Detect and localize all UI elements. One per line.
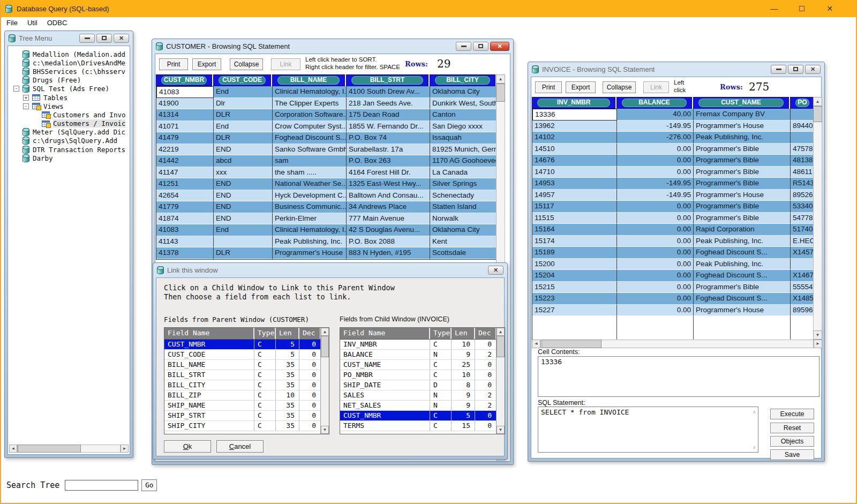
close-icon[interactable]: ✕ [488,266,503,275]
table-cell[interactable]: END [214,178,273,190]
tree-item[interactable]: c:\drugs\SqlQuery.Add [8,137,130,145]
table-row[interactable]: 42654ENDHyck Development C...Balltown An… [156,190,505,202]
table-cell[interactable]: End [214,224,273,236]
scrollbar-thumb[interactable] [321,336,329,357]
table-cell[interactable]: 81925 Munich, Germ [430,144,496,156]
maximize-icon[interactable] [96,34,112,43]
expand-icon[interactable]: + [23,95,29,101]
cancel-button[interactable]: Cancel [216,440,264,453]
table-cell[interactable]: 42654 [156,190,214,202]
table-cell[interactable]: DLR [214,132,273,144]
table-row[interactable]: 151640.00Rapid Corporation517404 [532,224,822,236]
table-cell[interactable]: End [214,121,273,133]
table-cell[interactable]: E.HECTO [791,236,815,247]
column-header[interactable]: BILL_CITY [430,74,495,86]
field-row[interactable]: NET_SALESN92 [340,401,505,411]
table-row[interactable]: 152000.00Peak Publishing, Inc. [532,259,822,270]
table-cell[interactable]: Foghead Discount S... [694,293,791,305]
minimize-icon[interactable] [456,42,471,51]
table-cell[interactable]: 15215 [532,282,617,294]
column-header[interactable]: BILL_NAME [272,74,346,86]
table-cell[interactable]: 40.00 [617,109,694,121]
table-cell[interactable]: 41071 [156,121,214,133]
table-cell[interactable]: National Weather Se... [273,178,347,190]
table-cell[interactable]: 0.00 [617,224,694,236]
table-cell[interactable]: 1855 W. Fernando Dr... [347,121,430,133]
table-row[interactable]: 151890.00Foghead Discount S...X14578J [532,247,822,259]
table-cell[interactable]: 14957 [532,190,617,201]
table-cell[interactable]: Programmer's Bible [694,201,791,213]
table-cell[interactable]: 0.00 [617,247,694,259]
maximize-icon[interactable] [788,65,803,74]
table-cell[interactable]: END [214,190,273,202]
maximize-icon[interactable]: ☐ [795,4,809,13]
table-cell[interactable]: 0.00 [617,144,694,155]
table-cell[interactable]: 41479 [156,132,214,144]
table-row[interactable]: 41442abcdsamP.O. Box 2631170 AG Goohoeve… [156,155,505,167]
table-cell[interactable]: Sanko Software Gmbh [273,144,347,156]
table-cell[interactable]: Perkin-Elmer [273,213,347,225]
cell-contents-box[interactable]: 13336 [538,356,820,397]
collapse-button[interactable]: Collapse [603,81,636,93]
field-row[interactable]: TERMSC150 [340,421,505,431]
table-cell[interactable]: Dunkirk West, South [430,98,496,110]
table-row[interactable]: 41874ENDPerkin-Elmer777 Main AvenueNorwa… [156,213,505,225]
table-cell[interactable]: Kent [430,236,496,248]
table-cell[interactable]: Surabellastr. 17a [347,144,430,156]
menu-odbc[interactable]: ODBC [47,19,67,27]
table-cell[interactable]: R51434 [791,178,815,190]
table-cell[interactable]: 42219 [156,144,214,156]
table-row[interactable]: 41083EndClinical Hematology, I...4100 So… [156,86,505,98]
scroll-left-icon[interactable]: ◄ [532,340,540,348]
table-row[interactable]: 147100.00Programmer's Bible48611 [532,167,822,178]
table-cell[interactable]: Programmer's House [273,247,347,259]
table-cell[interactable]: -149.95 [617,121,694,132]
table-cell[interactable]: 41874 [156,213,214,225]
table-cell[interactable]: Peak Publishing, Inc. [694,259,791,270]
field-row[interactable]: BILL_ZIPC100 [164,390,329,401]
link-dialog-titlebar[interactable]: Link this window ✕ [153,263,507,277]
table-cell[interactable]: -149.95 [617,178,694,190]
table-cell[interactable]: 41900 [156,98,214,110]
scroll-down-icon[interactable]: ▼ [813,330,822,340]
table-cell[interactable]: Balltown And Consau... [347,190,430,202]
table-row[interactable]: 152270.00Programmer's House895968 [532,305,822,317]
table-row[interactable]: 41071EndCrow Computer Syst...1855 W. Fer… [156,121,505,133]
table-cell[interactable]: 34 Andrews Place [347,201,430,213]
table-row[interactable]: 41779ENDBusiness Communic...34 Andrews P… [156,201,505,213]
table-cell[interactable]: -149.95 [617,190,694,201]
tree-item[interactable]: +Tables [8,93,130,102]
table-cell[interactable]: 15174 [532,236,617,247]
table-row[interactable]: 41083EndClinical Hematology, I...42 S Do… [156,224,505,236]
table-cell[interactable]: 48611 [791,167,815,178]
minimize-icon[interactable] [771,65,786,74]
table-cell[interactable]: Scottsdale [430,247,496,259]
table-cell[interactable]: 48138 [791,155,815,167]
field-row[interactable]: CUST_NAMEC250 [340,360,505,370]
minimize-icon[interactable]: — [767,4,781,13]
table-cell[interactable]: Business Communic... [273,201,347,213]
table-cell[interactable]: 0.00 [617,213,694,224]
column-header[interactable]: BILL_STRT [346,74,430,86]
table-cell[interactable] [214,236,273,248]
table-cell[interactable]: abcd [214,155,273,167]
field-row[interactable]: SHIP_STRTC350 [164,411,329,421]
table-row[interactable]: 41479DLRFoghead Discount S...P.O. Box 74… [156,132,505,144]
objects-button[interactable]: Objects [770,436,814,447]
table-cell[interactable]: Programmer's Bible [694,178,791,190]
field-scrollbar[interactable]: ▲▼ [320,328,329,434]
table-cell[interactable]: 175 Dean Road [347,109,430,121]
table-cell[interactable]: END [214,201,273,213]
table-cell[interactable]: Programmer's House [694,305,791,317]
table-cell[interactable]: 15117 [532,201,617,213]
link-button[interactable]: Link [643,81,669,93]
table-cell[interactable]: 15200 [532,259,617,270]
table-cell[interactable]: Dlr [214,98,273,110]
table-cell[interactable]: 15164 [532,224,617,236]
table-cell[interactable]: X14673J [791,270,815,282]
table-cell[interactable]: 41442 [156,155,214,167]
table-cell[interactable]: 14102 [532,132,617,144]
close-icon[interactable]: ✕ [490,42,509,51]
tree-hscroll-thumb[interactable] [18,445,81,453]
table-row[interactable]: 152150.00Programmer's Bible55554 [532,282,822,294]
